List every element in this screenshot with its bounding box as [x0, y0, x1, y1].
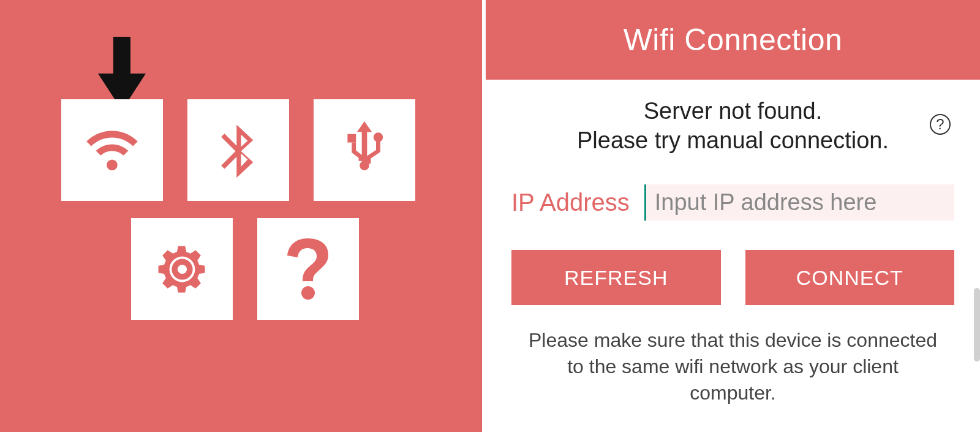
- help-tile[interactable]: [257, 218, 359, 320]
- bluetooth-tile[interactable]: [187, 99, 289, 201]
- connect-button[interactable]: CONNECT: [745, 250, 955, 305]
- wifi-tile[interactable]: [61, 99, 163, 201]
- tile-row-2: [61, 218, 417, 320]
- wifi-icon: [78, 116, 146, 184]
- status-message: Server not found. Please try manual conn…: [486, 97, 980, 155]
- scrollbar-thumb[interactable]: [974, 288, 980, 362]
- usb-tile[interactable]: [314, 99, 415, 201]
- app-root: Wifi Connection Server not found. Please…: [0, 0, 980, 432]
- ip-address-input[interactable]: [644, 184, 954, 221]
- ip-address-row: IP Address: [486, 184, 980, 221]
- footnote-text: Please make sure that this device is con…: [486, 327, 980, 407]
- ip-address-label: IP Address: [511, 189, 630, 216]
- bluetooth-icon: [211, 123, 266, 178]
- connection-menu-panel: [0, 0, 482, 432]
- refresh-button[interactable]: REFRESH: [511, 250, 721, 305]
- tile-grid: [61, 99, 417, 320]
- wifi-connection-panel: Wifi Connection Server not found. Please…: [486, 0, 980, 432]
- page-title: Wifi Connection: [486, 0, 980, 80]
- status-line-1: Server not found.: [504, 97, 962, 126]
- svg-rect-2: [347, 134, 356, 142]
- question-icon: [287, 238, 330, 300]
- tile-row-1: [61, 99, 417, 201]
- help-icon[interactable]: ?: [930, 114, 951, 135]
- svg-point-3: [374, 132, 383, 142]
- settings-tile[interactable]: [131, 218, 233, 320]
- gear-icon: [153, 240, 211, 298]
- status-line-2: Please try manual connection.: [504, 126, 962, 156]
- svg-rect-0: [113, 37, 130, 77]
- usb-icon: [337, 121, 392, 180]
- button-row: REFRESH CONNECT: [486, 250, 980, 305]
- svg-point-4: [301, 286, 315, 300]
